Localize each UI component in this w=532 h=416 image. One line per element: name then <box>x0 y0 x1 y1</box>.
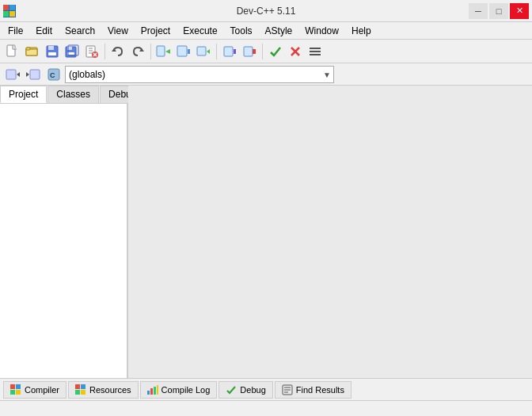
svg-rect-46 <box>10 384 15 389</box>
menu-bar: File Edit Search View Project Execute To… <box>0 22 532 40</box>
left-panel-tabs: Project Classes Debug <box>0 86 127 104</box>
close-button[interactable]: ✕ <box>510 3 529 19</box>
minimize-button[interactable]: ─ <box>469 3 488 19</box>
resources-tab-label: Resources <box>89 385 131 395</box>
toolbar-save-button[interactable] <box>43 42 62 61</box>
compiler-icon <box>10 384 21 395</box>
toolbar-class-btn[interactable]: C <box>44 65 63 84</box>
toolbar-separator-4 <box>262 44 263 59</box>
bottom-tab-debug[interactable]: Debug <box>218 381 272 399</box>
svg-rect-10 <box>48 46 54 50</box>
svg-marker-41 <box>17 72 20 77</box>
toolbar-new-button[interactable] <box>3 42 22 61</box>
globals-dropdown-wrapper: (globals) ▼ <box>65 66 334 83</box>
menu-tools[interactable]: Tools <box>224 24 259 38</box>
svg-rect-31 <box>224 47 233 56</box>
resources-icon <box>75 384 86 395</box>
bottom-tab-compile-log[interactable]: Compile Log <box>140 381 218 399</box>
svg-rect-55 <box>150 388 153 395</box>
toolbar-options-button[interactable] <box>306 42 325 61</box>
menu-project[interactable]: Project <box>135 24 177 38</box>
svg-rect-57 <box>157 385 158 395</box>
toolbar-debug-button[interactable] <box>220 42 239 61</box>
svg-rect-34 <box>253 49 256 54</box>
svg-rect-56 <box>154 387 156 395</box>
compiler-tab-label: Compiler <box>25 385 59 395</box>
menu-file[interactable]: File <box>2 24 29 38</box>
svg-rect-42 <box>30 70 40 79</box>
tab-classes[interactable]: Classes <box>48 86 99 103</box>
compile-log-icon <box>147 384 158 395</box>
bottom-tabs: Compiler Resources Compile Log Debug <box>0 378 532 400</box>
editor-area[interactable] <box>128 86 532 378</box>
app-icon <box>3 5 16 17</box>
menu-astyle[interactable]: AStyle <box>259 24 299 38</box>
menu-help[interactable]: Help <box>345 24 378 38</box>
svg-rect-40 <box>6 70 16 79</box>
bottom-tab-resources[interactable]: Resources <box>68 381 139 399</box>
tab-project[interactable]: Project <box>0 86 47 103</box>
svg-rect-0 <box>3 5 9 10</box>
toolbar-abort-button[interactable] <box>286 42 305 61</box>
toolbar-row-2: C (globals) ▼ <box>0 63 532 86</box>
toolbar-stop-button[interactable] <box>240 42 259 61</box>
svg-marker-43 <box>26 72 29 77</box>
toolbar-separator-2 <box>150 44 151 59</box>
project-tab-content <box>0 104 127 378</box>
svg-rect-49 <box>16 390 21 395</box>
svg-rect-3 <box>10 11 15 17</box>
toolbar-close-button[interactable] <box>82 42 101 61</box>
toolbar-separator-1 <box>104 44 105 59</box>
menu-window[interactable]: Window <box>298 24 345 38</box>
title-bar: Dev-C++ 5.11 ─ □ ✕ <box>0 0 532 22</box>
svg-marker-30 <box>207 49 210 54</box>
svg-rect-48 <box>10 390 15 395</box>
svg-rect-25 <box>157 46 165 56</box>
toolbar-check-button[interactable] <box>266 42 285 61</box>
svg-rect-8 <box>26 48 30 50</box>
toolbar-run-button[interactable] <box>194 42 213 61</box>
svg-rect-28 <box>188 49 190 54</box>
toolbar-redo-button[interactable] <box>128 42 147 61</box>
menu-edit[interactable]: Edit <box>29 24 59 38</box>
left-panel: Project Classes Debug <box>0 86 128 378</box>
debug-icon <box>226 384 237 395</box>
svg-rect-52 <box>75 390 80 395</box>
svg-rect-32 <box>234 49 236 54</box>
svg-text:C: C <box>50 71 55 79</box>
title-bar-controls: ─ □ ✕ <box>469 3 529 19</box>
toolbar-row-1 <box>0 40 532 63</box>
toolbar-compile-button[interactable] <box>174 42 193 61</box>
window-title: Dev-C++ 5.11 <box>237 6 296 17</box>
bottom-tab-compiler[interactable]: Compiler <box>3 381 66 399</box>
toolbar-undo-button[interactable] <box>108 42 127 61</box>
svg-rect-51 <box>81 384 86 389</box>
menu-search[interactable]: Search <box>59 24 101 38</box>
restore-button[interactable]: □ <box>489 3 508 19</box>
title-bar-left <box>3 5 16 17</box>
globals-dropdown[interactable]: (globals) <box>65 66 334 83</box>
svg-rect-54 <box>147 391 150 395</box>
toolbar-back-btn[interactable] <box>3 65 22 84</box>
svg-marker-26 <box>165 49 170 54</box>
svg-rect-1 <box>10 5 15 10</box>
toolbar-compile-run-button[interactable] <box>154 42 173 61</box>
toolbar-open-button[interactable] <box>23 42 42 61</box>
svg-rect-53 <box>81 390 86 395</box>
bottom-tab-find-results[interactable]: Find Results <box>275 381 352 399</box>
toolbar-separator-3 <box>216 44 217 59</box>
toolbar-forward-btn[interactable] <box>24 65 43 84</box>
svg-rect-50 <box>75 384 80 389</box>
content-area: Project Classes Debug <box>0 86 532 378</box>
menu-view[interactable]: View <box>101 24 135 38</box>
toolbar-save-all-button[interactable] <box>63 42 82 61</box>
svg-rect-27 <box>177 46 187 56</box>
debug-tab-label: Debug <box>240 385 265 395</box>
svg-rect-33 <box>244 47 253 56</box>
svg-rect-29 <box>197 47 206 55</box>
compile-log-tab-label: Compile Log <box>162 385 211 395</box>
find-results-icon <box>282 384 293 395</box>
menu-execute[interactable]: Execute <box>177 24 223 38</box>
status-bar <box>0 400 532 416</box>
svg-rect-11 <box>48 52 56 55</box>
